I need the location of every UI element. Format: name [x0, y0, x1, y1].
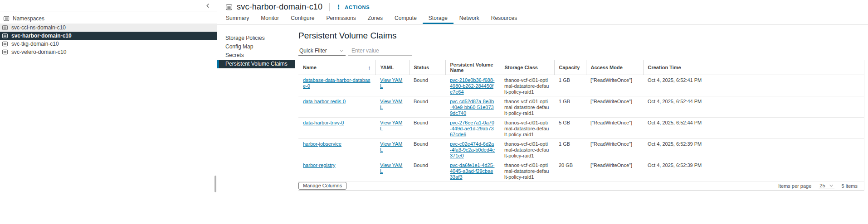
access-mode-cell: ["ReadWriteOnce"] [586, 139, 643, 160]
status-cell: Bound [409, 96, 445, 118]
pvc-name-link[interactable]: data-harbor-redis-0 [303, 99, 346, 104]
namespace-icon [2, 49, 8, 55]
view-yaml-link[interactable]: View YAML [380, 77, 403, 89]
sidebar-collapse-button[interactable] [205, 3, 210, 8]
creation-time-cell: Oct 4, 2025, 6:52:44 PM [643, 96, 864, 118]
storage-class-cell: thanos-vcf-cl01-optimal-datastore-defaul… [500, 75, 554, 96]
main-panel: svc-harbor-domain-c10 ⋮ ACTIONS SummaryM… [217, 0, 868, 224]
storage-class-cell: thanos-vcf-cl01-optimal-datastore-defaul… [500, 96, 554, 118]
table-row: harbor-jobserviceView YAMLBoundpvc-c02e4… [298, 139, 864, 160]
table-row: data-harbor-trivy-0View YAMLBoundpvc-276… [298, 118, 864, 139]
tab-configure[interactable]: Configure [285, 15, 320, 24]
namespace-list: svc-cci-ns-domain-c10svc-harbor-domain-c… [0, 24, 217, 56]
chevron-left-icon [205, 3, 210, 8]
items-per-page-label: Items per page [778, 183, 811, 189]
subnav-item-secrets[interactable]: Secrets [217, 51, 295, 60]
sidebar-item-label: svc-harbor-domain-c10 [11, 33, 72, 39]
tab-zones[interactable]: Zones [362, 15, 389, 24]
tab-resources[interactable]: Resources [485, 15, 523, 24]
storage-class-cell: thanos-vcf-cl01-optimal-datastore-defaul… [500, 118, 554, 139]
tab-storage[interactable]: Storage [423, 15, 454, 24]
namespaces-root-label: Namespaces [13, 15, 44, 22]
namespace-icon [2, 33, 8, 39]
tab-compute[interactable]: Compute [389, 15, 423, 24]
persistent-volume-link[interactable]: pvc-da6fe1e1-4d25-4045-a3ad-f29cbae33af3 [450, 162, 494, 180]
sidebar-item-svc-cci-ns-domain-c10[interactable]: svc-cci-ns-domain-c10 [0, 24, 217, 32]
access-mode-cell: ["ReadWriteOnce"] [586, 96, 643, 118]
view-yaml-link[interactable]: View YAML [380, 120, 403, 131]
persistent-volume-link[interactable]: pvc-c02e474d-6d2a-4fa3-9c2a-b0ded4e371e0 [450, 141, 495, 158]
column-header-creation-time[interactable]: Creation Time [643, 60, 864, 75]
sidebar-item-svc-tkg-domain-c10[interactable]: svc-tkg-domain-c10 [0, 40, 217, 48]
items-per-page-select[interactable]: 25 [819, 183, 834, 189]
access-mode-cell: ["ReadWriteOnce"] [586, 118, 643, 139]
capacity-cell: 1 GB [554, 75, 586, 96]
header-divider [329, 3, 330, 11]
sidebar-item-svc-harbor-domain-c10[interactable]: svc-harbor-domain-c10 [0, 32, 217, 40]
tab-summary[interactable]: Summary [220, 15, 255, 24]
sidebar-item-label: svc-cci-ns-domain-c10 [11, 24, 66, 31]
status-cell: Bound [409, 118, 445, 139]
subnav-item-storage-policies[interactable]: Storage Policies [217, 34, 295, 43]
column-header-name[interactable]: Name↑ [298, 60, 375, 75]
object-tab-bar: SummaryMonitorConfigurePermissionsZonesC… [217, 14, 868, 24]
tab-network[interactable]: Network [454, 15, 485, 24]
subnav-item-persistent-volume-claims[interactable]: Persistent Volume Claims [217, 60, 295, 68]
filter-value-input[interactable] [348, 47, 412, 56]
manage-columns-button[interactable]: Manage Columns [298, 182, 346, 190]
column-header-persistent-volume-name[interactable]: Persistent Volume Name [445, 60, 500, 75]
view-yaml-link[interactable]: View YAML [380, 141, 403, 153]
sidebar-item-label: svc-tkg-domain-c10 [11, 41, 59, 47]
view-yaml-link[interactable]: View YAML [380, 99, 403, 110]
quick-filter-selected-value: Quick Filter [299, 48, 327, 54]
quick-filter-select[interactable]: Quick Filter [298, 47, 346, 56]
status-cell: Bound [409, 139, 445, 160]
persistent-volume-link[interactable]: pvc-210e0b36-f688-4980-b262-284450fe7e64 [450, 77, 494, 95]
capacity-cell: 1 GB [554, 139, 586, 160]
namespace-icon [2, 41, 8, 47]
access-mode-cell: ["ReadWriteOnce"] [586, 160, 643, 181]
table-row: database-data-harbor-database-0View YAML… [298, 75, 864, 96]
storage-class-cell: thanos-vcf-cl01-optimal-datastore-defaul… [500, 139, 554, 160]
content-heading: Persistent Volume Claims [298, 31, 864, 41]
column-header-storage-class[interactable]: Storage Class [500, 60, 554, 75]
creation-time-cell: Oct 4, 2025, 6:52:39 PM [643, 139, 864, 160]
persistent-volume-link[interactable]: pvc-cd52d87a-8e3b-40e9-bb60-51e0739dc740 [450, 99, 494, 116]
filter-toolbar: Quick Filter [298, 47, 864, 56]
pvc-name-link[interactable]: data-harbor-trivy-0 [303, 120, 344, 125]
sidebar-item-svc-velero-domain-c10[interactable]: svc-velero-domain-c10 [0, 48, 217, 56]
pvc-name-link[interactable]: harbor-registry [303, 162, 336, 168]
view-yaml-link[interactable]: View YAML [380, 162, 403, 174]
table-row: data-harbor-redis-0View YAMLBoundpvc-cd5… [298, 96, 864, 118]
namespace-icon [3, 15, 10, 22]
pvc-content-area: Persistent Volume Claims Quick Filter [295, 24, 868, 224]
column-header-capacity[interactable]: Capacity [554, 60, 586, 75]
pvc-datagrid: Name↑YAMLStatusPersistent Volume NameSto… [298, 60, 864, 191]
storage-class-cell: thanos-vcf-cl01-optimal-datastore-defaul… [500, 160, 554, 181]
subnav-item-config-map[interactable]: Config Map [217, 43, 295, 51]
namespace-icon [225, 4, 233, 11]
datagrid-footer: Manage Columns Items per page 25 5 items [298, 181, 864, 191]
access-mode-cell: ["ReadWriteOnce"] [586, 75, 643, 96]
tab-monitor[interactable]: Monitor [255, 15, 285, 24]
column-header-yaml[interactable]: YAML [375, 60, 409, 75]
sort-ascending-icon: ↑ [368, 64, 371, 71]
object-navigator-sidebar: Namespaces svc-cci-ns-domain-c10svc-harb… [0, 0, 217, 224]
column-header-access-mode[interactable]: Access Mode [586, 60, 643, 75]
total-items-count: 5 items [842, 183, 858, 189]
column-header-status[interactable]: Status [409, 60, 445, 75]
namespaces-root-link[interactable]: Namespaces [0, 14, 217, 22]
persistent-volume-link[interactable]: pvc-276ee7a1-0a70-449d-ae1d-29ab7367cde6 [450, 120, 494, 137]
pvc-name-link[interactable]: harbor-jobservice [303, 141, 341, 147]
actions-button[interactable]: ⋮ ACTIONS [336, 4, 370, 10]
sidebar-scrollbar-thumb[interactable] [215, 176, 216, 192]
creation-time-cell: Oct 4, 2025, 6:52:41 PM [643, 75, 864, 96]
status-cell: Bound [409, 75, 445, 96]
table-row: harbor-registryView YAMLBoundpvc-da6fe1e… [298, 160, 864, 181]
creation-time-cell: Oct 4, 2025, 6:52:44 PM [643, 118, 864, 139]
capacity-cell: 1 GB [554, 96, 586, 118]
creation-time-cell: Oct 4, 2025, 6:52:39 PM [643, 160, 864, 181]
pvc-name-link[interactable]: database-data-harbor-database-0 [303, 77, 371, 89]
tab-permissions[interactable]: Permissions [320, 15, 361, 24]
page-title: svc-harbor-domain-c10 [237, 2, 322, 12]
